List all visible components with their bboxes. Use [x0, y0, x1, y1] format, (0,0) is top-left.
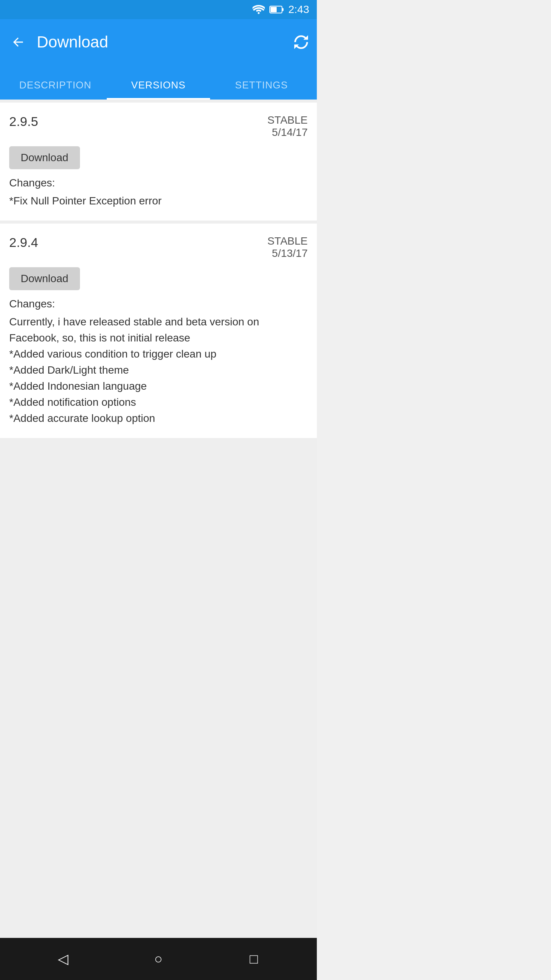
version-card-294: 2.9.4 STABLE 5/13/17 Download Changes: C… — [0, 224, 317, 438]
tab-description[interactable]: DESCRIPTION — [4, 72, 107, 100]
version-meta-295: STABLE 5/14/17 — [267, 114, 308, 139]
version-date-294: 5/13/17 — [267, 247, 308, 260]
svg-rect-3 — [282, 8, 284, 11]
tab-settings[interactable]: SETTINGS — [210, 72, 313, 100]
content-area: 2.9.5 STABLE 5/14/17 Download Changes: *… — [0, 100, 317, 938]
bottom-nav: ◁ ○ □ — [0, 938, 317, 980]
status-bar: 2:43 — [0, 0, 317, 19]
svg-rect-2 — [271, 7, 277, 12]
version-meta-294: STABLE 5/13/17 — [267, 235, 308, 260]
nav-home-icon: ○ — [154, 951, 163, 967]
nav-back-icon: ◁ — [58, 951, 68, 967]
status-icons: 2:43 — [253, 3, 310, 16]
version-date-295: 5/14/17 — [267, 126, 308, 139]
changes-text-295: *Fix Null Pointer Exception error — [9, 193, 308, 209]
version-stable-294: STABLE — [267, 235, 308, 247]
nav-back-button[interactable]: ◁ — [48, 944, 78, 974]
refresh-icon — [293, 34, 309, 50]
back-arrow-icon — [11, 35, 25, 49]
changes-text-294: Currently, i have released stable and be… — [9, 314, 308, 426]
version-number-295: 2.9.5 — [9, 114, 38, 129]
download-button-294[interactable]: Download — [9, 267, 80, 290]
version-card-295: 2.9.5 STABLE 5/14/17 Download Changes: *… — [0, 103, 317, 220]
app-bar: Download — [0, 19, 317, 65]
refresh-button[interactable] — [293, 34, 309, 50]
version-header-294: 2.9.4 STABLE 5/13/17 — [9, 235, 308, 260]
download-button-295[interactable]: Download — [9, 146, 80, 169]
changes-label-295: Changes: — [9, 177, 308, 189]
back-button[interactable] — [8, 31, 29, 53]
battery-icon — [269, 5, 284, 14]
tab-bar: DESCRIPTION VERSIONS SETTINGS — [0, 65, 317, 100]
nav-recent-icon: □ — [249, 951, 258, 967]
version-number-294: 2.9.4 — [9, 235, 38, 250]
app-title: Download — [37, 33, 285, 51]
svg-point-0 — [258, 12, 259, 14]
version-header-295: 2.9.5 STABLE 5/14/17 — [9, 114, 308, 139]
version-stable-295: STABLE — [267, 114, 308, 126]
nav-home-button[interactable]: ○ — [143, 944, 174, 974]
nav-recent-button[interactable]: □ — [238, 944, 269, 974]
status-time: 2:43 — [289, 3, 310, 16]
changes-label-294: Changes: — [9, 298, 308, 310]
tab-versions[interactable]: VERSIONS — [107, 72, 210, 100]
wifi-icon — [253, 5, 265, 14]
